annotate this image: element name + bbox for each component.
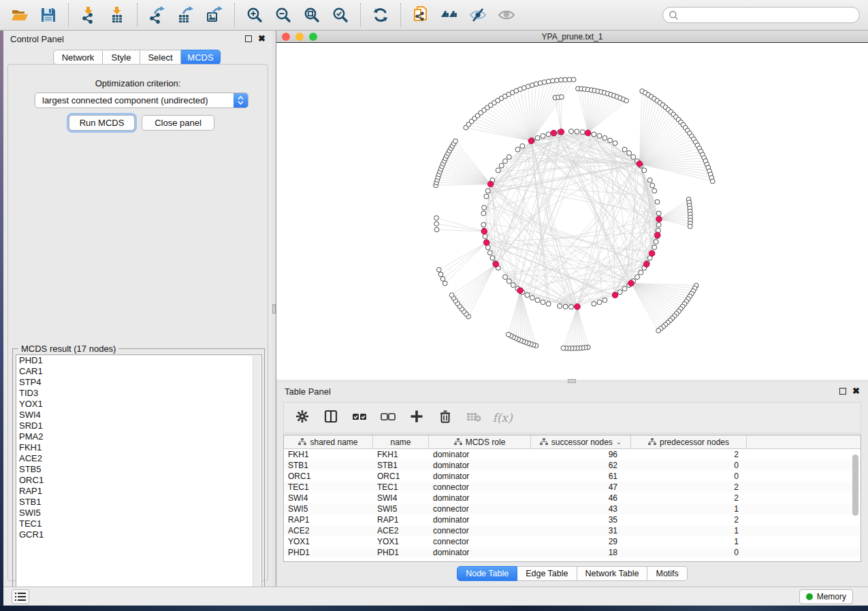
ring-node[interactable] (656, 211, 661, 216)
table-row[interactable]: SWI4SWI4dominator462 (284, 493, 861, 503)
ring-node[interactable] (652, 245, 657, 250)
satellite-node[interactable] (436, 267, 441, 272)
ring-node[interactable] (597, 300, 602, 305)
search-box[interactable] (662, 7, 860, 23)
zoom-out-button[interactable] (270, 3, 296, 27)
ring-node[interactable] (546, 132, 551, 137)
zoom-selected-button[interactable] (327, 3, 353, 27)
ring-node[interactable] (602, 135, 607, 140)
deselect-all-button[interactable] (379, 409, 397, 427)
ring-node[interactable] (642, 168, 647, 173)
satellite-node[interactable] (443, 281, 447, 286)
ring-node[interactable] (530, 295, 534, 300)
ring-node[interactable] (622, 147, 627, 152)
ring-node[interactable] (656, 222, 661, 227)
ring-node[interactable] (569, 305, 574, 310)
import-table-button[interactable] (104, 3, 130, 27)
mcds-result-item[interactable]: STP4 (16, 377, 261, 388)
mcds-result-item[interactable]: FKH1 (16, 442, 261, 453)
ring-node[interactable] (481, 222, 486, 227)
table-row[interactable]: STB1STB1dominator620 (284, 460, 861, 471)
mcds-result-item[interactable]: PHD1 (16, 355, 261, 366)
mcds-hub-node[interactable] (481, 229, 487, 235)
tab-select[interactable]: Select (140, 50, 181, 65)
mcds-result-list[interactable]: PHD1CAR1STP4TID3YOX1SWI4SRD1PMA2FKH1ACE2… (16, 354, 262, 598)
mcds-result-item[interactable]: PMA2 (16, 431, 261, 442)
ring-node[interactable] (520, 144, 525, 148)
network-window-titlebar[interactable]: YPA_prune.txt_1 (276, 31, 868, 43)
network-graph[interactable] (276, 43, 868, 380)
table-row[interactable]: FKH1FKH1dominator962 (284, 449, 861, 460)
mcds-result-item[interactable]: RAP1 (16, 486, 261, 497)
save-button[interactable] (35, 3, 61, 27)
task-history-button[interactable] (12, 589, 29, 604)
ring-node[interactable] (482, 205, 487, 210)
mcds-result-item[interactable]: STB1 (16, 497, 261, 508)
ring-node[interactable] (563, 304, 568, 309)
ring-node[interactable] (511, 283, 515, 288)
ring-node[interactable] (485, 188, 490, 193)
mcds-hub-node[interactable] (517, 288, 524, 294)
table-row[interactable]: RAP1RAP1dominator352 (284, 514, 861, 525)
ring-node[interactable] (507, 154, 511, 159)
ring-node[interactable] (503, 275, 508, 280)
table-row[interactable]: YOX1YOX1connector291 (284, 536, 861, 547)
mcds-result-item[interactable]: YOX1 (16, 399, 261, 410)
satellite-node[interactable] (710, 179, 715, 184)
ring-node[interactable] (655, 199, 660, 204)
refresh-button[interactable] (368, 3, 393, 27)
ring-node[interactable] (499, 163, 504, 168)
open-button[interactable] (7, 3, 33, 27)
table-row[interactable]: SWI5SWI5connector431 (284, 503, 861, 514)
mcds-hub-node[interactable] (487, 181, 494, 187)
ring-node[interactable] (639, 270, 643, 275)
satellite-node[interactable] (434, 216, 439, 220)
tab-style[interactable]: Style (103, 50, 140, 65)
splitter-handle[interactable] (272, 304, 276, 314)
close-panel-icon[interactable]: ✖ (258, 35, 266, 42)
mcds-result-item[interactable]: SWI5 (16, 508, 261, 518)
ring-node[interactable] (650, 183, 655, 188)
export-image-button[interactable] (202, 3, 227, 27)
tab-network-table[interactable]: Network Table (577, 566, 648, 581)
ring-node[interactable] (608, 138, 613, 143)
mcds-result-item[interactable]: SRD1 (16, 420, 261, 431)
satellite-node[interactable] (688, 224, 692, 229)
column-header-MCDS-role[interactable]: MCDS role (429, 435, 531, 448)
ring-node[interactable] (575, 129, 579, 134)
export-table-button[interactable] (173, 3, 199, 27)
ring-node[interactable] (490, 256, 495, 261)
table-row[interactable]: ORC1ORC1dominator610 (284, 471, 861, 482)
satellite-node[interactable] (624, 99, 629, 103)
memory-button[interactable]: Memory (799, 589, 853, 604)
ring-node[interactable] (487, 250, 492, 255)
ring-node[interactable] (580, 130, 585, 135)
ring-node[interactable] (503, 159, 508, 163)
select-all-button[interactable] (351, 409, 368, 427)
mcds-result-item[interactable]: ORC1 (16, 475, 261, 486)
mcds-result-item[interactable]: ACE2 (16, 453, 261, 464)
hide-selection-button[interactable] (465, 3, 491, 27)
tab-node-table[interactable]: Node Table (457, 566, 517, 581)
first-neighbors-button[interactable] (436, 3, 462, 27)
ring-node[interactable] (652, 188, 657, 193)
satellite-node[interactable] (571, 78, 576, 82)
float-window-icon[interactable] (245, 35, 252, 42)
satellite-node[interactable] (434, 222, 439, 227)
mcds-hub-node[interactable] (493, 261, 499, 267)
ring-node[interactable] (654, 240, 658, 244)
ring-node[interactable] (631, 154, 636, 159)
ring-node[interactable] (622, 286, 627, 291)
run-mcds-button[interactable]: Run MCDS (69, 115, 135, 131)
settings-button[interactable] (293, 409, 311, 427)
table-row[interactable]: TEC1TEC1connector472 (284, 482, 861, 493)
search-input[interactable] (682, 10, 854, 20)
mcds-hub-node[interactable] (585, 130, 591, 136)
new-network-from-selection-button[interactable] (408, 3, 434, 27)
ring-node[interactable] (541, 300, 545, 305)
ring-node[interactable] (546, 301, 551, 306)
ring-node[interactable] (592, 132, 596, 137)
ring-node[interactable] (647, 178, 652, 182)
satellite-node[interactable] (449, 293, 454, 297)
mcds-result-item[interactable]: SWI4 (16, 410, 261, 420)
